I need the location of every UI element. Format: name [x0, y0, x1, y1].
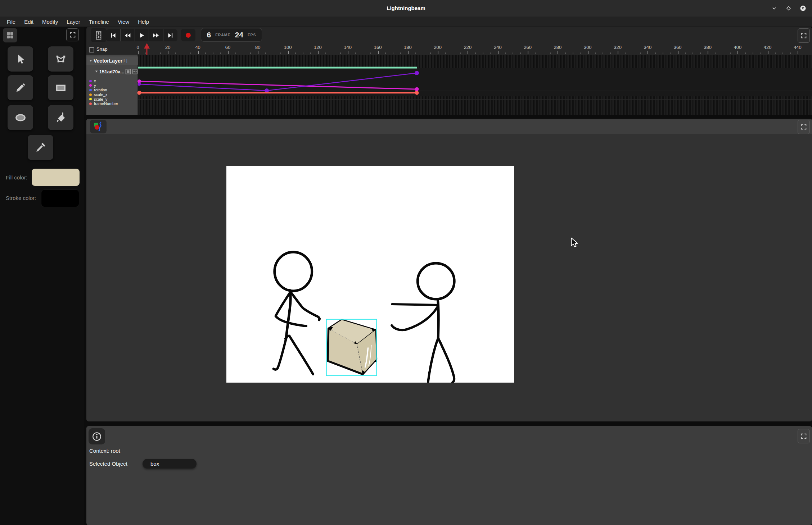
- property-name: rotation: [94, 88, 107, 92]
- timeline-menu-button[interactable]: [91, 28, 107, 42]
- menu-timeline[interactable]: Timeline: [85, 17, 113, 27]
- tool-eyedropper-button[interactable]: [28, 135, 53, 160]
- row-divider: [138, 91, 812, 91]
- record-button[interactable]: [181, 29, 195, 41]
- menu-modify[interactable]: Modify: [38, 17, 62, 27]
- menu-file[interactable]: File: [3, 17, 20, 27]
- property-row-rotation[interactable]: rotation: [86, 88, 138, 92]
- menu-edit[interactable]: Edit: [20, 17, 38, 27]
- property-color-dot: [89, 93, 92, 96]
- property-row-scale_x[interactable]: scale_x: [86, 92, 138, 97]
- ruler-tick: [205, 52, 206, 54]
- ruler-tick: [528, 51, 528, 54]
- ruler-tick: [685, 52, 686, 54]
- tool-rectangle-button[interactable]: [48, 75, 73, 100]
- close-button[interactable]: [798, 4, 808, 13]
- expand-icon: [800, 123, 808, 131]
- ruler-tick: [438, 51, 438, 54]
- property-name: scale_x: [94, 92, 107, 97]
- canvas-expand-button[interactable]: [798, 120, 810, 134]
- minimize-button[interactable]: [770, 4, 779, 13]
- snap-checkbox[interactable]: [89, 47, 94, 52]
- fast-forward-icon: [152, 32, 160, 39]
- stick-figure-right[interactable]: [392, 263, 454, 383]
- ruler-label: 360: [674, 45, 682, 50]
- fill-toggle-button[interactable]: [125, 69, 131, 74]
- ruler-tick: [445, 52, 446, 54]
- tool-pencil-button[interactable]: [8, 75, 33, 100]
- layer-name: VectorLayer: [94, 58, 122, 64]
- timeline-ruler[interactable]: 0204060801001201401601802002202402602803…: [138, 43, 812, 55]
- ruler-tick: [640, 52, 641, 54]
- ruler-tick: [295, 52, 296, 54]
- play-button[interactable]: [135, 29, 149, 41]
- collapse-triangle-icon[interactable]: [89, 59, 93, 63]
- expand-icon: [800, 432, 808, 440]
- window-title: Lightningbeam: [0, 0, 812, 17]
- sidebar-expand-button[interactable]: [66, 28, 79, 41]
- menu-help[interactable]: Help: [134, 17, 153, 27]
- selected-object-label: Selected Object: [89, 461, 127, 467]
- property-row-y[interactable]: y: [86, 83, 138, 88]
- ruler-tick: [595, 52, 596, 54]
- selected-object-input[interactable]: [143, 459, 197, 469]
- skip-start-icon: [109, 32, 117, 39]
- drawing-stage[interactable]: [226, 166, 514, 383]
- info-button[interactable]: [89, 428, 105, 444]
- rewind-icon: [124, 32, 131, 39]
- title-bar: Lightningbeam: [0, 0, 812, 17]
- layer-row-vectorlayer[interactable]: VectorLayer [L]: [86, 56, 138, 65]
- ruler-tick: [400, 52, 401, 54]
- fill-color-label: Fill color:: [6, 174, 27, 181]
- ellipse-icon: [14, 111, 27, 124]
- tool-select-button[interactable]: [8, 46, 33, 72]
- play-icon: [138, 32, 145, 39]
- tween-toggle-button[interactable]: [132, 69, 138, 74]
- collapse-triangle-icon[interactable]: [94, 69, 99, 74]
- grid-icon: [5, 31, 15, 40]
- ruler-tick: [363, 52, 364, 54]
- ruler-tick: [782, 52, 783, 54]
- inspector-expand-button[interactable]: [798, 429, 810, 443]
- ruler-tick: [333, 52, 334, 54]
- row-divider: [138, 99, 812, 100]
- ruler-tick: [648, 51, 648, 54]
- current-frame-value[interactable]: 6: [207, 31, 211, 39]
- ruler-tick: [145, 52, 146, 54]
- property-row-scale_y[interactable]: scale_y: [86, 97, 138, 101]
- maximize-button[interactable]: [784, 4, 793, 13]
- ruler-tick: [393, 52, 393, 54]
- ruler-tick: [655, 52, 656, 54]
- tool-ellipse-button[interactable]: [8, 105, 33, 130]
- row-divider: [138, 108, 812, 108]
- ruler-tick: [625, 52, 626, 54]
- property-row-x[interactable]: x: [86, 79, 138, 83]
- tool-paint-bucket-button[interactable]: [48, 105, 73, 130]
- canvas-tools-button[interactable]: [90, 120, 107, 133]
- curve-band: [138, 68, 812, 96]
- timeline-expand-button[interactable]: [798, 28, 810, 43]
- menu-view[interactable]: View: [113, 17, 134, 27]
- frame-fps-box[interactable]: 6 FRAME 24 FPS: [201, 28, 262, 42]
- ruler-tick: [378, 51, 379, 54]
- menu-layer[interactable]: Layer: [62, 17, 85, 27]
- ruler-label: 100: [284, 45, 292, 50]
- stick-figure-left[interactable]: [274, 252, 320, 374]
- film-strip-icon: [94, 30, 104, 40]
- expand-icon: [69, 31, 77, 39]
- skip-end-button[interactable]: [163, 29, 177, 41]
- fast-forward-button[interactable]: [149, 29, 163, 41]
- stroke-color-swatch[interactable]: [41, 190, 79, 207]
- tool-transform-button[interactable]: [48, 46, 73, 72]
- property-row-frameNumber[interactable]: frameNumber: [86, 101, 138, 106]
- rewind-button[interactable]: [120, 29, 135, 41]
- layout-grid-button[interactable]: [3, 28, 17, 42]
- object-row-151ad70a[interactable]: 151ad70a...: [86, 67, 138, 76]
- skip-start-button[interactable]: [106, 29, 120, 41]
- box-shape[interactable]: [328, 320, 377, 375]
- window-controls: [770, 4, 808, 13]
- fill-color-swatch[interactable]: [32, 169, 80, 186]
- menu-bar: FileEditModifyLayerTimelineViewHelp: [0, 17, 812, 27]
- fps-value[interactable]: 24: [235, 31, 243, 39]
- timeline-track-area[interactable]: [138, 55, 812, 115]
